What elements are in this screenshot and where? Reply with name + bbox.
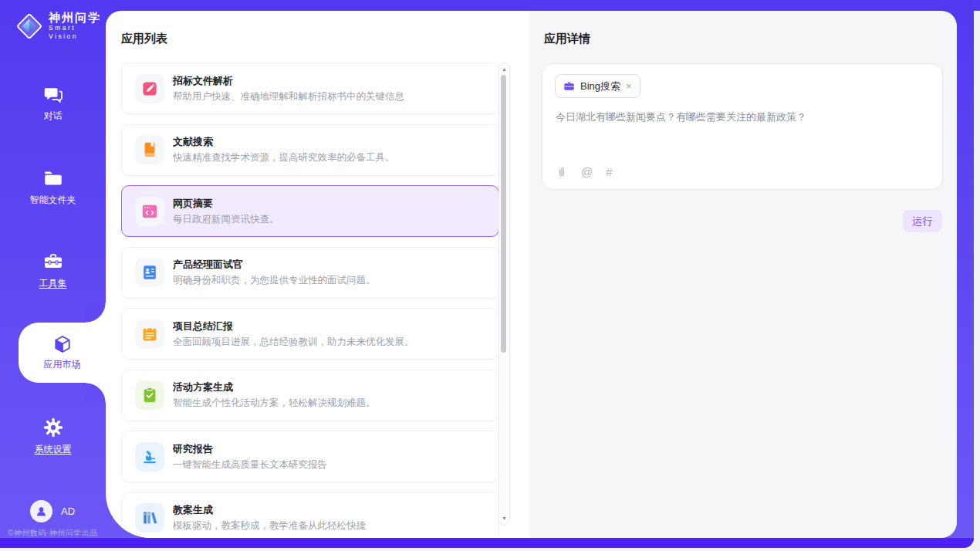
app-title: 网页摘要 [173, 198, 279, 210]
logo-title: 神州问学 [49, 11, 106, 24]
app-list-panel: 应用列表 招标文件解析 帮助用户快速、准确地理解和解析招标书中的关键信息 文献搜… [106, 11, 529, 538]
app-list-item-web-summary[interactable]: 网页摘要 每日政府新闻资讯快查。 [121, 185, 499, 237]
avatar [30, 500, 52, 522]
app-description: 每日政府新闻资讯快查。 [173, 214, 279, 225]
app-title: 项目总结汇报 [173, 320, 414, 333]
books-icon [141, 509, 158, 526]
app-list-item-project-summary[interactable]: 项目总结汇报 全面回顾项目进展，总结经验教训，助力未来优化发展。 [121, 308, 499, 360]
scrollbar[interactable]: ▲ ▼ [498, 63, 510, 526]
app-list-item-pm-interviewer[interactable]: 产品经理面试官 明确身份和职责，为您提供专业性的面试问题。 [121, 247, 499, 299]
app-description: 明确身份和职责，为您提供专业性的面试问题。 [173, 275, 376, 286]
prompt-input[interactable]: 今日湖北有哪些新闻要点？有哪些需要关注的最新政策？ [556, 110, 930, 124]
app-list-item-bid-doc-parse[interactable]: 招标文件解析 帮助用户快速、准确地理解和解析招标书中的关键信息 [121, 63, 499, 114]
attachment-icon[interactable] [556, 166, 568, 178]
app-description: 模板驱动，教案秒成，教学准备从此轻松快捷 [173, 520, 366, 532]
app-detail-title: 应用详情 [544, 32, 590, 46]
tool-chip-bing-search[interactable]: Bing搜索 × [555, 74, 640, 98]
folder-icon [42, 167, 64, 189]
app-icon-tile [135, 503, 164, 532]
app-icon-tile [135, 380, 164, 410]
sidebar: 神州问学 Smart Vision 对话 智能文件夹 工具集 应用市场 系统设置… [0, 0, 106, 538]
gear-icon [42, 417, 64, 438]
copyright-footer: ©神州数码·神州问学出品 [0, 528, 106, 539]
scroll-down-arrow[interactable]: ▼ [499, 515, 509, 522]
resume-icon [141, 264, 158, 281]
book-icon [141, 141, 158, 158]
briefcase-icon [563, 80, 575, 92]
app-title: 研究报告 [173, 443, 327, 455]
composer-toolbar: @ # [556, 166, 613, 178]
hash-icon[interactable]: # [606, 166, 612, 178]
app-title: 文献搜索 [173, 136, 395, 148]
run-button[interactable]: 运行 [903, 210, 942, 232]
sidebar-item-settings[interactable]: 系统设置 [0, 417, 106, 456]
app-list-title: 应用列表 [121, 32, 167, 46]
sidebar-item-smart-folders[interactable]: 智能文件夹 [0, 167, 106, 207]
user-name: AD [61, 505, 75, 517]
microscope-icon [141, 448, 158, 465]
diamond-logo-icon [15, 12, 43, 41]
app-list: 招标文件解析 帮助用户快速、准确地理解和解析招标书中的关键信息 文献搜索 快速精… [121, 63, 499, 538]
app-title: 教案生成 [173, 504, 366, 516]
tool-chip-label: Bing搜索 [580, 79, 620, 93]
app-detail-panel: 应用详情 Bing搜索 × 今日湖北有哪些新闻要点？有哪些需要关注的最新政策？ … [529, 11, 957, 538]
browser-code-icon [141, 203, 158, 220]
app-logo: 神州问学 Smart Vision [15, 11, 106, 41]
chat-icon [42, 83, 64, 105]
app-title: 活动方案生成 [173, 381, 376, 394]
cube-icon [52, 334, 73, 354]
edit-icon [141, 80, 158, 97]
app-description: 智能生成个性化活动方案，轻松解决规划难题。 [173, 397, 376, 409]
app-description: 快速精准查找学术资源，提高研究效率的必备工具。 [173, 152, 395, 164]
scroll-up-arrow[interactable]: ▲ [499, 66, 509, 73]
sidebar-item-chat[interactable]: 对话 [0, 83, 106, 123]
app-list-item-lesson-plan[interactable]: 教案生成 模板驱动，教案秒成，教学准备从此轻松快捷 [121, 492, 499, 539]
window-bottom-strip [0, 538, 974, 548]
app-description: 一键智能生成高质量长文本研究报告 [173, 459, 327, 471]
user-account[interactable]: AD [30, 500, 75, 522]
sidebar-item-toolset[interactable]: 工具集 [0, 251, 106, 290]
app-description: 全面回顾项目进展，总结经验教训，助力未来优化发展。 [173, 336, 414, 348]
mention-icon[interactable]: @ [581, 166, 593, 178]
app-frame: 神州问学 Smart Vision 对话 智能文件夹 工具集 应用市场 系统设置… [0, 0, 974, 548]
logo-subtitle: Smart Vision [49, 24, 106, 41]
app-list-item-event-plan[interactable]: 活动方案生成 智能生成个性化活动方案，轻松解决规划难题。 [121, 370, 499, 421]
prompt-composer[interactable]: Bing搜索 × 今日湖北有哪些新闻要点？有哪些需要关注的最新政策？ @ # [542, 63, 943, 190]
app-icon-tile [135, 319, 164, 349]
app-list-item-research-report[interactable]: 研究报告 一键智能生成高质量长文本研究报告 [121, 431, 499, 482]
calendar-icon [141, 326, 158, 343]
app-icon-tile [135, 442, 164, 472]
app-list-item-literature-search[interactable]: 文献搜索 快速精准查找学术资源，提高研究效率的必备工具。 [121, 124, 499, 176]
app-icon-tile [135, 74, 164, 103]
sidebar-item-app-market[interactable]: 应用市场 [19, 323, 106, 383]
chip-close-icon[interactable]: × [626, 81, 632, 91]
toolbox-icon [42, 251, 64, 272]
app-icon-tile [135, 197, 164, 226]
app-title: 产品经理面试官 [173, 259, 376, 271]
user-icon [34, 504, 49, 519]
app-icon-tile [135, 135, 164, 164]
app-title: 招标文件解析 [173, 75, 404, 87]
clipboard-check-icon [141, 387, 158, 404]
scrollbar-thumb[interactable] [501, 75, 506, 353]
app-icon-tile [135, 258, 164, 287]
app-description: 帮助用户快速、准确地理解和解析招标书中的关键信息 [173, 91, 404, 103]
